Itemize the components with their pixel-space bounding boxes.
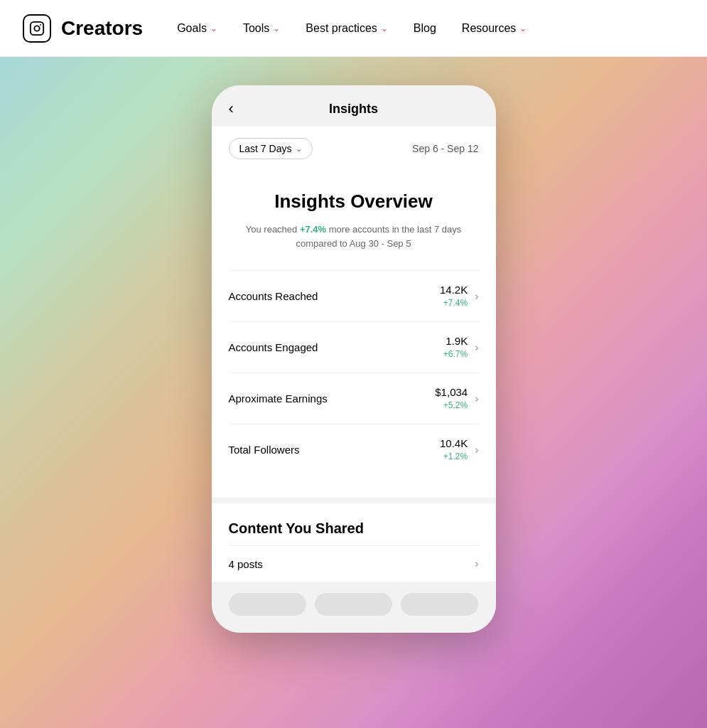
bottom-pill-1 (229, 593, 306, 616)
stat-change: +6.7% (443, 349, 468, 359)
nav-item-goals[interactable]: Goals ⌄ (177, 22, 217, 35)
subtitle-pre: You reached (246, 224, 300, 235)
chevron-down-icon: ⌄ (273, 23, 280, 33)
chevron-right-icon: › (475, 444, 478, 456)
instagram-icon (23, 14, 51, 43)
stat-row-approximate-earnings[interactable]: Aproximate Earnings $1,034 +5.2% › (229, 373, 479, 424)
nav-best-practices-label: Best practices (306, 22, 377, 35)
header: Creators Goals ⌄ Tools ⌄ Best practices … (0, 0, 707, 57)
phone-mockup: ‹ Insights Last 7 Days ⌄ Sep 6 - Sep 12 … (212, 85, 496, 633)
stat-label: Accounts Reached (229, 290, 318, 302)
stat-value-area: 10.4K +1.2% › (440, 437, 479, 462)
logo-area: Creators (23, 14, 143, 43)
chevron-right-icon: › (475, 341, 478, 354)
chevron-right-icon: › (475, 557, 478, 570)
stat-value-block: 1.9K +6.7% (443, 335, 468, 360)
nav-resources-label: Resources (462, 22, 516, 35)
chevron-down-icon: ⌄ (519, 23, 527, 33)
stat-label: Accounts Engaged (229, 341, 318, 353)
svg-rect-0 (31, 21, 43, 34)
date-range: Sep 6 - Sep 12 (412, 143, 478, 154)
chevron-right-icon: › (475, 392, 478, 405)
stat-change: +5.2% (443, 400, 468, 410)
phone-top-bar: ‹ Insights (212, 85, 496, 127)
bottom-pill-3 (401, 593, 478, 616)
chevron-down-icon: ⌄ (381, 23, 388, 33)
nav-tools-label: Tools (243, 22, 269, 35)
screen-title: Insights (329, 102, 378, 117)
stat-value-area: 14.2K +7.4% › (440, 284, 479, 309)
chevron-down-icon: ⌄ (296, 144, 302, 154)
stat-value-block: 10.4K +1.2% (440, 437, 468, 462)
content-section: Content You Shared 4 posts › (212, 503, 496, 582)
bottom-pill-2 (315, 593, 392, 616)
hero-section: ‹ Insights Last 7 Days ⌄ Sep 6 - Sep 12 … (0, 57, 707, 728)
insights-subtitle: You reached +7.4% more accounts in the l… (229, 223, 479, 250)
stat-value-block: 14.2K +7.4% (440, 284, 468, 309)
content-label: 4 posts (229, 558, 263, 570)
svg-point-2 (40, 24, 41, 26)
positive-change: +7.4% (300, 224, 326, 235)
nav-item-tools[interactable]: Tools ⌄ (243, 22, 280, 35)
date-dropdown[interactable]: Last 7 Days ⌄ (229, 138, 313, 159)
stat-row-accounts-reached[interactable]: Accounts Reached 14.2K +7.4% › (229, 270, 479, 321)
stat-label: Total Followers (229, 444, 300, 456)
stat-value: 1.9K (443, 335, 468, 347)
nav-blog-label: Blog (414, 22, 436, 35)
content-row-posts[interactable]: 4 posts › (229, 545, 479, 582)
stats-list: Accounts Reached 14.2K +7.4% › Accounts … (229, 270, 479, 475)
svg-point-1 (34, 26, 39, 31)
stat-row-accounts-engaged[interactable]: Accounts Engaged 1.9K +6.7% › (229, 321, 479, 373)
date-filter-bar: Last 7 Days ⌄ Sep 6 - Sep 12 (212, 127, 496, 171)
stat-value-area: $1,034 +5.2% › (435, 386, 478, 411)
insights-card: Insights Overview You reached +7.4% more… (212, 171, 496, 503)
nav-goals-label: Goals (177, 22, 207, 35)
stat-value: 10.4K (440, 437, 468, 449)
chevron-down-icon: ⌄ (210, 23, 217, 33)
nav-item-resources[interactable]: Resources ⌄ (462, 22, 527, 35)
phone-bottom-nav (212, 582, 496, 633)
back-button[interactable]: ‹ (229, 100, 234, 118)
stat-row-total-followers[interactable]: Total Followers 10.4K +1.2% › (229, 424, 479, 475)
nav-item-best-practices[interactable]: Best practices ⌄ (306, 22, 387, 35)
stat-change: +1.2% (443, 451, 468, 461)
main-nav: Goals ⌄ Tools ⌄ Best practices ⌄ Blog Re… (177, 22, 527, 35)
stat-label: Aproximate Earnings (229, 392, 328, 405)
date-filter-label: Last 7 Days (239, 143, 292, 154)
nav-item-blog[interactable]: Blog (414, 22, 436, 35)
brand-name: Creators (61, 17, 143, 40)
stat-value: $1,034 (435, 386, 468, 398)
stat-value: 14.2K (440, 284, 468, 296)
stat-value-area: 1.9K +6.7% › (443, 335, 479, 360)
content-section-title: Content You Shared (229, 520, 479, 537)
insights-title: Insights Overview (229, 191, 479, 213)
stat-value-block: $1,034 +5.2% (435, 386, 468, 411)
chevron-right-icon: › (475, 290, 478, 303)
stat-change: +7.4% (443, 298, 468, 308)
